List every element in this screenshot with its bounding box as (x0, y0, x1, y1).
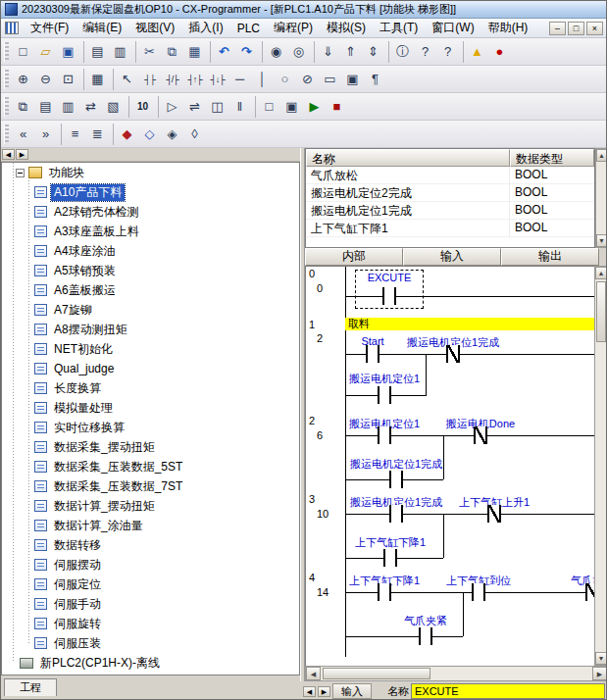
undo-icon[interactable]: ↶ (213, 41, 235, 63)
child-close-button[interactable]: × (586, 22, 603, 35)
contact-label[interactable]: 搬运电机定位1 (349, 372, 420, 386)
no-contact[interactable] (378, 386, 391, 404)
tree-item[interactable]: NET初始化 (2, 339, 299, 359)
next-section-icon[interactable]: ≣ (86, 124, 109, 145)
io-comment-icon[interactable]: ▧ (102, 96, 125, 118)
zoom-in-icon[interactable]: ⊕ (12, 69, 34, 90)
tree-item[interactable]: A2球销壳体检测 (2, 202, 299, 222)
toolbar-grip[interactable] (4, 70, 9, 89)
menu-item[interactable]: 编程(P) (267, 18, 320, 38)
child-restore-button[interactable]: □ (568, 22, 584, 35)
output-window-icon[interactable]: ▤ (34, 96, 57, 118)
operand-usage-label[interactable]: 输入 (332, 683, 372, 699)
monitor-toggle-icon[interactable]: ◫ (206, 96, 228, 118)
tree-node-plc[interactable]: 新PLC2(CP1H-X)-离线 (2, 653, 299, 673)
open-project-icon[interactable]: ▱ (34, 41, 57, 63)
no-contact[interactable] (383, 549, 397, 567)
nc-coil-icon[interactable]: ⊘ (296, 69, 319, 90)
nc-contact-icon[interactable]: ┤/├ (161, 69, 183, 90)
symbol-row[interactable]: 搬运电机定位2完成 BOOL (306, 184, 594, 202)
symbol-row[interactable]: 搬运电机定位1完成 BOOL (306, 202, 594, 220)
zoom-out-icon[interactable]: ⊖ (34, 69, 57, 90)
tree-item[interactable]: A4球座涂油 (2, 241, 299, 261)
print-preview-icon[interactable]: ▥ (109, 41, 131, 63)
menu-item[interactable]: 窗口(W) (425, 18, 481, 38)
scroll-left-icon[interactable]: ◀ (306, 667, 321, 680)
cascade-windows-icon[interactable]: ⧉ (12, 96, 34, 118)
symbol-tab[interactable]: 内部 (305, 248, 403, 266)
tree-item[interactable]: 数据采集_压装数据_7ST (2, 476, 299, 496)
symbol-tab[interactable]: 输入 (403, 248, 501, 266)
contact-label[interactable]: 上下气缸下降1 (355, 535, 426, 550)
no-contact[interactable] (389, 471, 403, 488)
ladder-horizontal-scrollbar[interactable]: ◀ ▶ (305, 666, 607, 681)
nc-contact[interactable] (474, 426, 487, 444)
symbol-type-cell[interactable]: BOOL (510, 184, 594, 201)
symbol-tab[interactable]: 输出 (501, 248, 599, 266)
no-contact[interactable] (378, 426, 391, 444)
tree-item[interactable]: 数据计算_涂油量 (2, 516, 299, 535)
scrollbar-track[interactable] (321, 667, 592, 680)
tree-item[interactable]: 伺服定位 (2, 575, 299, 594)
tree-item[interactable]: 数据采集_摆动扭矩 (2, 437, 299, 457)
symbol-name-cell[interactable]: 气爪放松 (306, 167, 510, 183)
context-help-icon[interactable]: ? (436, 41, 459, 63)
tree-node-function-blocks[interactable]: 功能块 (2, 163, 299, 182)
work-online-icon[interactable]: ⇌ (183, 96, 206, 118)
outdent-icon[interactable]: « (12, 124, 34, 145)
grid-toggle-icon[interactable]: ▦ (86, 69, 109, 90)
help-icon[interactable]: ? (414, 41, 436, 63)
no-contact-icon[interactable]: ┤├ (138, 69, 161, 90)
run-mode-icon[interactable]: ▶ (303, 96, 326, 118)
no-contact[interactable] (378, 583, 391, 601)
scrollbar-thumb[interactable] (323, 668, 430, 679)
menu-item[interactable]: 模拟(S) (320, 18, 373, 38)
error-list-icon[interactable]: ● (488, 41, 511, 63)
menu-item[interactable]: 文件(F) (24, 18, 76, 38)
nc-contact[interactable] (585, 583, 594, 601)
menu-item[interactable]: 视图(V) (128, 18, 181, 38)
symbol-row[interactable]: 气爪放松 BOOL (306, 167, 594, 184)
stop-icon[interactable]: ■ (326, 96, 348, 118)
comment-box-icon[interactable]: ¶ (364, 69, 386, 90)
decimal-monitor-icon[interactable]: 10 (131, 96, 154, 118)
prev-section-icon[interactable]: ≡ (64, 124, 86, 145)
no-contact[interactable] (382, 287, 396, 305)
tree-item[interactable]: A6盖板搬运 (2, 280, 299, 300)
contact-label[interactable]: 搬运电机定位1完成 (350, 457, 442, 472)
horizontal-line-icon[interactable]: ─ (228, 69, 251, 90)
cut-icon[interactable]: ✂ (138, 41, 161, 63)
ladder-editor[interactable]: 0 0 EXCUTE 1 2 取料 Start 搬运电机定位1完成 搬运电机定位… (305, 266, 594, 666)
menu-item[interactable]: 工具(T) (373, 18, 425, 38)
toolbar-grip[interactable] (4, 42, 9, 62)
no-contact[interactable] (389, 505, 403, 523)
tree-item[interactable]: 数据采集_压装数据_5ST (2, 457, 299, 476)
column-header-datatype[interactable]: 数据类型 (510, 149, 594, 167)
zoom-fit-icon[interactable]: ⊡ (57, 69, 79, 90)
redo-icon[interactable]: ↷ (235, 41, 258, 63)
tree-item[interactable]: 伺服旋转 (2, 614, 299, 633)
column-header-name[interactable]: 名称 (306, 149, 510, 167)
down-contact-icon[interactable]: ┤↓├ (206, 69, 228, 90)
pause-monitor-icon[interactable]: ‖ (228, 96, 251, 118)
compare-with-plc-icon[interactable]: ⇕ (362, 41, 384, 63)
no-contact[interactable] (366, 345, 379, 363)
upload-from-plc-icon[interactable]: ⇑ (339, 41, 362, 63)
vertical-line-icon[interactable]: │ (251, 69, 274, 90)
tree-item[interactable]: 伺服压装 (2, 633, 299, 653)
symbol-row[interactable]: 上下气缸下降1 BOOL (306, 220, 594, 237)
simulator-icon[interactable]: ▷ (161, 96, 183, 118)
tree-scroll-right-icon[interactable]: ▶ (16, 149, 28, 160)
scroll-down-icon[interactable]: ▼ (596, 234, 607, 247)
symbol-type-cell[interactable]: BOOL (510, 167, 594, 183)
tree-item[interactable]: 实时位移换算 (2, 418, 299, 437)
find-icon[interactable]: ◉ (265, 41, 287, 63)
child-minimize-button[interactable]: – (549, 22, 566, 35)
menu-item[interactable]: 帮助(H) (481, 18, 535, 38)
warning-list-icon[interactable]: ▲ (466, 41, 488, 63)
tree-item[interactable]: A5球销预装 (2, 261, 299, 280)
tree-item[interactable]: A7旋铆 (2, 300, 299, 320)
menu-item[interactable]: 插入(I) (181, 18, 229, 38)
scroll-up-icon[interactable]: ▲ (596, 149, 607, 162)
function-block-icon[interactable]: ▣ (341, 69, 364, 90)
